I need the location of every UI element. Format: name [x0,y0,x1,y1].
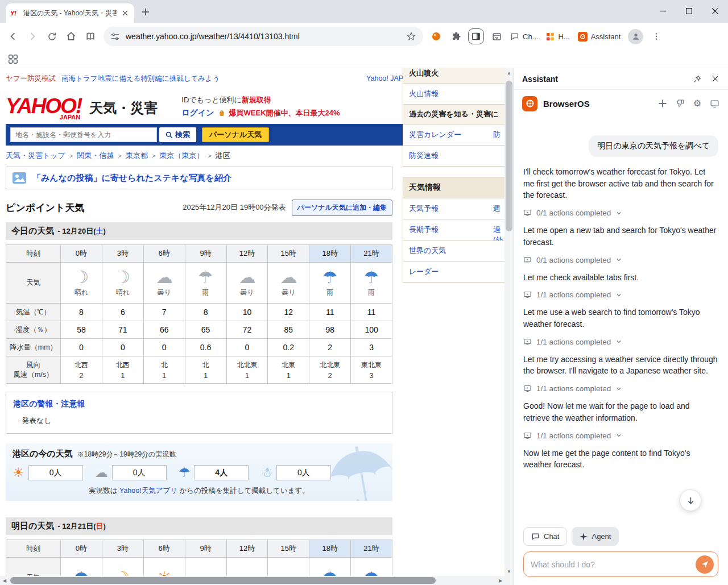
promo-banner[interactable]: 「みんなの投稿」に寄せられたステキな写真を紹介 [6,167,392,189]
site-settings-icon[interactable] [110,32,120,42]
humidity-cell: 100 [351,321,392,339]
assistant-panel: Assistant BrowserOS ⚙ 明日の東京の天気予報を調べてI'll… [514,68,727,585]
thumbs-down-icon[interactable] [676,99,685,108]
scroll-left-arrow[interactable]: ◀ [0,576,9,585]
breadcrumb-item[interactable]: 天気・災害トップ [6,151,65,161]
personal-weather-edit-button[interactable]: パーソナル天気に追加・編集 [292,200,392,216]
apps-grid-icon[interactable] [8,54,18,64]
forward-button[interactable] [23,27,42,46]
nankai-link[interactable]: 南海トラフ地震に備える特別編に挑戦してみよう [61,74,220,84]
agent-mode-button[interactable]: Agent [572,527,619,546]
sidebar-link[interactable]: レーダー [403,262,505,283]
sidebar-link[interactable]: 火山情報 [403,84,505,105]
browser-tab[interactable]: Y! 港区の天気 - Yahoo!天気・災害 [6,3,134,23]
scroll-down-arrow[interactable]: ▼ [504,567,514,576]
temps-cell: 10 [226,304,268,321]
assistant-input-box[interactable] [523,551,718,577]
search-button[interactable]: 検索 [159,127,196,142]
row-label-time: 時刻 [6,245,61,263]
extensions-puzzle-icon[interactable] [446,27,465,46]
horizontal-scroll-thumb[interactable] [10,577,436,584]
scroll-up-arrow[interactable]: ▲ [504,68,514,77]
action-status-row[interactable]: 1/1 actions completed [523,338,718,346]
humidity-cell: 71 [102,321,143,339]
extension-chat[interactable]: Ch... [506,30,542,43]
menu-kebab-icon[interactable] [647,27,666,46]
horizontal-scrollbar[interactable]: ◀ ▶ [0,576,505,585]
sidebar-link[interactable]: 天気予報週 [403,198,505,219]
send-button[interactable] [696,555,714,574]
banner-text[interactable]: 「みんなの投稿」に寄せられたステキな写真を紹介 [32,173,231,184]
sidebar-clipped-link[interactable]: 週 [493,204,500,214]
maximize-button[interactable] [676,0,702,22]
chat-messages[interactable]: 明日の東京の天気予報を調べてI'll check tomorrow's weat… [514,117,727,522]
yahoo-logo[interactable]: YAHOO! JAPAN [6,96,81,121]
bousai-link[interactable]: ヤフー防災模試 [6,74,56,84]
settings-gear-icon[interactable]: ⚙ [693,99,701,108]
breadcrumb-item[interactable]: 東京都 [126,151,148,161]
action-status-row[interactable]: 1/1 actions completed [523,432,718,440]
search-icon [166,131,173,139]
side-panel-toggle-active[interactable] [468,28,484,44]
chat-mode-button[interactable]: Chat [523,527,567,546]
weather-cell: ☂ [309,558,351,576]
place-search-input[interactable] [10,127,157,142]
action-status-row[interactable]: 1/1 actions completed [523,384,718,393]
warning-link[interactable]: 港区の警報・注意報 [13,399,85,408]
extension-h[interactable]: H... [542,30,573,43]
sidebar-clipped-link[interactable]: 防 [493,130,500,140]
vertical-scrollbar[interactable]: ▲ ▼ [504,68,514,576]
scroll-right-arrow[interactable]: ▶ [496,576,505,585]
breadcrumb-item[interactable]: 関東・信越 [77,151,114,161]
row-label-weather: 天気 [6,558,61,576]
cloud-icon: ☁ [268,570,309,576]
open-in-window-icon[interactable] [487,27,506,46]
signup-link[interactable]: 新規取得 [242,96,271,104]
precip-cell: 3 [351,339,392,356]
actions-icon [523,256,532,264]
new-tab-button[interactable] [138,4,154,20]
weather-app-link[interactable]: Yahoo!天気アプリ [119,487,177,495]
new-chat-plus-icon[interactable] [658,99,667,108]
warning-box: 港区の警報・注意報 発表なし [6,392,392,434]
vertical-scroll-thumb[interactable] [506,81,512,231]
scroll-to-bottom-button[interactable] [680,489,701,511]
extension-icon-orange[interactable] [427,27,446,46]
action-status-row[interactable]: 0/1 actions completed [523,209,718,217]
sidebar-link[interactable]: 長期予報過(外 [403,219,505,240]
extension-assistant[interactable]: Assistant [574,30,625,44]
sidebar-link[interactable]: 災害カレンダー防 [403,125,505,146]
sidebar-link[interactable]: 防災速報 [403,146,505,167]
url-text[interactable]: weather.yahoo.co.jp/weather/13/4410/1310… [126,32,400,41]
monitor-icon[interactable] [710,99,719,109]
action-status-row[interactable]: 0/1 actions completed [523,256,718,264]
pin-icon[interactable] [693,74,702,84]
sparkle-icon [580,533,588,541]
profile-avatar[interactable] [628,29,643,44]
assistant-input[interactable] [531,560,696,569]
close-icon[interactable] [711,74,719,83]
weather-cell: ☁曇り [226,263,268,304]
reading-list-icon[interactable] [81,27,100,46]
sale-promo-text[interactable]: 爆買WEEK開催中、本日最大24% [229,108,340,118]
temps-cell: 6 [102,304,143,321]
login-link[interactable]: ログイン [181,108,214,118]
action-status-row[interactable]: 1/1 actions completed [523,291,718,299]
hour-header-cell: 6時 [143,540,185,558]
action-status-text: 1/1 actions completed [536,338,611,346]
bookmark-star-icon[interactable] [406,31,416,42]
temps-cell: 7 [143,304,185,321]
hour-header-cell: 0時 [61,245,102,263]
url-bar[interactable]: weather.yahoo.co.jp/weather/13/4410/1310… [104,27,423,46]
breadcrumb-separator: > [118,152,121,159]
reload-button[interactable] [42,27,61,46]
breadcrumb-item[interactable]: 東京（東京） [159,151,204,161]
minimize-button[interactable] [650,0,676,22]
sidebar-link[interactable]: 世界の天気 [403,240,505,262]
home-button[interactable] [61,27,81,46]
back-button[interactable] [3,27,23,46]
close-button[interactable] [702,0,728,22]
tab-close-icon[interactable] [121,9,130,18]
sidebar-clipped-link[interactable]: 過 [493,225,500,235]
personal-weather-button[interactable]: パーソナル天気 [202,127,269,142]
